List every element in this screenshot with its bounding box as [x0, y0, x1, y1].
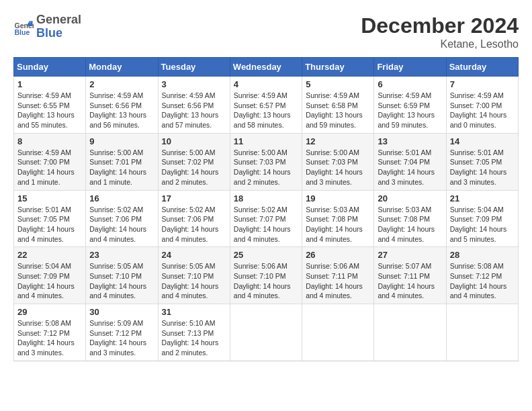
sunset-label: Sunset: 7:03 PM — [306, 158, 358, 166]
daylight-label: Daylight: 14 hours and 4 minutes. — [306, 282, 363, 300]
daylight-label: Daylight: 14 hours and 1 minute. — [89, 168, 146, 186]
daylight-label: Daylight: 14 hours and 4 minutes. — [234, 225, 291, 243]
daylight-label: Daylight: 13 hours and 55 minutes. — [17, 111, 75, 129]
cell-content: Sunrise: 5:02 AM Sunset: 7:06 PM Dayligh… — [162, 205, 226, 244]
daylight-label: Daylight: 14 hours and 3 minutes. — [306, 168, 363, 186]
header-row: SundayMondayTuesdayWednesdayThursdayFrid… — [14, 58, 519, 77]
sunset-label: Sunset: 6:55 PM — [17, 101, 70, 109]
day-number: 31 — [162, 307, 226, 317]
daylight-label: Daylight: 13 hours and 58 minutes. — [234, 111, 291, 129]
sunrise-label: Sunrise: 5:03 AM — [378, 205, 431, 214]
day-number: 4 — [234, 79, 298, 89]
cell-content: Sunrise: 4:59 AM Sunset: 6:56 PM Dayligh… — [89, 91, 154, 130]
sunrise-label: Sunrise: 5:04 AM — [17, 262, 71, 270]
sunrise-label: Sunrise: 5:00 AM — [306, 148, 359, 156]
daylight-label: Daylight: 14 hours and 4 minutes. — [89, 282, 146, 300]
sunrise-label: Sunrise: 4:59 AM — [306, 91, 359, 99]
cell-content: Sunrise: 5:05 AM Sunset: 7:10 PM Dayligh… — [162, 261, 226, 301]
cell-content: Sunrise: 5:04 AM Sunset: 7:09 PM Dayligh… — [17, 261, 82, 301]
page-header: General Blue General Blue December 2024 … — [13, 13, 519, 50]
day-header-wednesday: Wednesday — [230, 58, 302, 77]
day-number: 25 — [234, 250, 298, 260]
calendar-cell: 27 Sunrise: 5:07 AM Sunset: 7:11 PM Dayl… — [374, 247, 446, 304]
daylight-label: Daylight: 14 hours and 4 minutes. — [89, 225, 146, 243]
daylight-label: Daylight: 14 hours and 4 minutes. — [17, 282, 75, 300]
day-number: 15 — [17, 193, 82, 203]
daylight-label: Daylight: 14 hours and 4 minutes. — [306, 225, 363, 243]
sunrise-label: Sunrise: 5:04 AM — [450, 205, 504, 214]
sunrise-label: Sunrise: 4:59 AM — [378, 91, 431, 99]
sunrise-label: Sunrise: 5:00 AM — [89, 148, 143, 156]
svg-text:Blue: Blue — [15, 28, 30, 36]
cell-content: Sunrise: 5:00 AM Sunset: 7:03 PM Dayligh… — [234, 148, 298, 187]
sunset-label: Sunset: 6:57 PM — [234, 101, 286, 109]
cell-content: Sunrise: 4:59 AM Sunset: 6:56 PM Dayligh… — [162, 91, 226, 130]
sunrise-label: Sunrise: 5:08 AM — [17, 319, 71, 327]
calendar-cell: 4 Sunrise: 4:59 AM Sunset: 6:57 PM Dayli… — [230, 77, 302, 134]
sunrise-label: Sunrise: 5:08 AM — [450, 262, 504, 270]
week-row-4: 22 Sunrise: 5:04 AM Sunset: 7:09 PM Dayl… — [14, 247, 519, 304]
sunset-label: Sunset: 7:08 PM — [378, 215, 430, 223]
day-number: 18 — [234, 193, 298, 203]
day-number: 1 — [17, 79, 82, 89]
cell-content: Sunrise: 5:01 AM Sunset: 7:05 PM Dayligh… — [450, 148, 515, 187]
calendar-cell — [302, 304, 374, 361]
cell-content: Sunrise: 5:02 AM Sunset: 7:06 PM Dayligh… — [89, 205, 154, 244]
calendar-cell: 6 Sunrise: 4:59 AM Sunset: 6:59 PM Dayli… — [374, 77, 446, 134]
cell-content: Sunrise: 5:01 AM Sunset: 7:05 PM Dayligh… — [17, 205, 82, 244]
cell-content: Sunrise: 5:00 AM Sunset: 7:03 PM Dayligh… — [306, 148, 370, 187]
week-row-3: 15 Sunrise: 5:01 AM Sunset: 7:05 PM Dayl… — [14, 190, 519, 247]
month-title: December 2024 — [361, 13, 519, 38]
sunset-label: Sunset: 6:56 PM — [162, 101, 214, 109]
sunset-label: Sunset: 7:12 PM — [89, 329, 142, 337]
daylight-label: Daylight: 14 hours and 2 minutes. — [234, 168, 291, 186]
sunset-label: Sunset: 7:09 PM — [450, 215, 502, 223]
week-row-1: 1 Sunrise: 4:59 AM Sunset: 6:55 PM Dayli… — [14, 77, 519, 134]
calendar-cell: 13 Sunrise: 5:01 AM Sunset: 7:04 PM Dayl… — [374, 133, 446, 190]
cell-content: Sunrise: 5:08 AM Sunset: 7:12 PM Dayligh… — [17, 318, 82, 358]
daylight-label: Daylight: 14 hours and 4 minutes. — [162, 225, 219, 243]
sunrise-label: Sunrise: 5:05 AM — [89, 262, 143, 270]
calendar-cell: 20 Sunrise: 5:03 AM Sunset: 7:08 PM Dayl… — [374, 190, 446, 247]
calendar-cell: 25 Sunrise: 5:06 AM Sunset: 7:10 PM Dayl… — [230, 247, 302, 304]
daylight-label: Daylight: 14 hours and 4 minutes. — [450, 282, 507, 300]
sunrise-label: Sunrise: 4:59 AM — [234, 91, 287, 99]
calendar-cell — [446, 304, 518, 361]
daylight-label: Daylight: 14 hours and 3 minutes. — [378, 168, 435, 186]
logo-blue: Blue — [36, 27, 81, 40]
sunset-label: Sunset: 7:06 PM — [89, 215, 142, 223]
day-number: 12 — [306, 136, 370, 146]
daylight-label: Daylight: 14 hours and 4 minutes. — [378, 282, 435, 300]
sunset-label: Sunset: 7:09 PM — [17, 272, 70, 280]
day-header-friday: Friday — [374, 58, 446, 77]
sunset-label: Sunset: 7:10 PM — [234, 272, 286, 280]
day-number: 2 — [89, 79, 154, 89]
cell-content: Sunrise: 5:00 AM Sunset: 7:01 PM Dayligh… — [89, 148, 154, 187]
daylight-label: Daylight: 14 hours and 2 minutes. — [162, 168, 219, 186]
calendar-cell: 26 Sunrise: 5:06 AM Sunset: 7:11 PM Dayl… — [302, 247, 374, 304]
daylight-label: Daylight: 13 hours and 59 minutes. — [306, 111, 363, 129]
day-number: 27 — [378, 250, 442, 260]
sunset-label: Sunset: 6:59 PM — [378, 101, 430, 109]
daylight-label: Daylight: 13 hours and 56 minutes. — [89, 111, 146, 129]
sunrise-label: Sunrise: 4:59 AM — [162, 91, 216, 99]
day-number: 22 — [17, 250, 82, 260]
calendar-cell: 30 Sunrise: 5:09 AM Sunset: 7:12 PM Dayl… — [86, 304, 158, 361]
cell-content: Sunrise: 4:59 AM Sunset: 7:00 PM Dayligh… — [450, 91, 515, 130]
logo-text: General Blue — [36, 13, 81, 40]
day-number: 26 — [306, 250, 370, 260]
calendar-cell: 28 Sunrise: 5:08 AM Sunset: 7:12 PM Dayl… — [446, 247, 518, 304]
cell-content: Sunrise: 5:09 AM Sunset: 7:12 PM Dayligh… — [89, 318, 154, 358]
week-row-2: 8 Sunrise: 4:59 AM Sunset: 7:00 PM Dayli… — [14, 133, 519, 190]
cell-content: Sunrise: 5:03 AM Sunset: 7:08 PM Dayligh… — [378, 205, 442, 244]
sunset-label: Sunset: 7:10 PM — [162, 272, 214, 280]
sunset-label: Sunset: 7:06 PM — [162, 215, 214, 223]
calendar-cell: 23 Sunrise: 5:05 AM Sunset: 7:10 PM Dayl… — [86, 247, 158, 304]
calendar-cell: 22 Sunrise: 5:04 AM Sunset: 7:09 PM Dayl… — [14, 247, 86, 304]
calendar-cell: 3 Sunrise: 4:59 AM Sunset: 6:56 PM Dayli… — [158, 77, 230, 134]
logo-icon: General Blue — [13, 17, 34, 37]
sunrise-label: Sunrise: 5:00 AM — [162, 148, 216, 156]
cell-content: Sunrise: 5:06 AM Sunset: 7:11 PM Dayligh… — [306, 261, 370, 301]
day-number: 21 — [450, 193, 515, 203]
sunset-label: Sunset: 7:00 PM — [17, 158, 70, 166]
